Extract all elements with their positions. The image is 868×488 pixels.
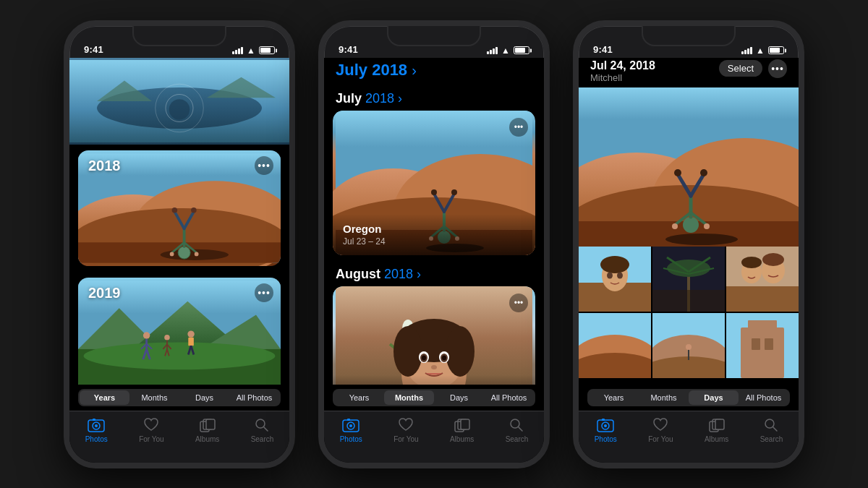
seg-months-1[interactable]: Months [129,390,179,405]
days-more-btn[interactable]: ••• [768,59,787,78]
status-icons-2: ▲ [487,46,529,55]
svg-point-13 [178,246,190,258]
segment-control-3: Years Months Days All Photos [587,389,790,406]
svg-point-112 [674,169,681,176]
svg-line-53 [264,427,268,431]
oregon-overlay: Oregon Jul 23 – 24 [333,214,535,255]
svg-point-137 [579,353,651,378]
seg-allphotos-2[interactable]: All Photos [484,390,534,405]
svg-point-18 [195,252,199,256]
tab-photos-label-3: Photos [595,435,617,443]
svg-point-17 [170,252,174,256]
svg-point-87 [442,355,446,360]
tab-albums-label-3: Albums [705,435,728,443]
days-header-actions: Select ••• [719,59,787,78]
oregon-dates: Jul 23 – 24 [343,236,525,247]
svg-point-29 [143,332,150,338]
tab-search-3[interactable]: Search [760,417,783,443]
signal-icon-3 [741,46,752,54]
tab-albums-label-2: Albums [450,435,474,443]
year-2019-label: 2019 [88,285,121,301]
tab-photos-3[interactable]: Photos [595,417,617,443]
tab-albums-1[interactable]: Albums [195,417,219,443]
august-year[interactable]: 2018 › [384,267,421,281]
tab-foryou-label-2: For You [393,435,418,443]
svg-point-113 [700,169,707,176]
mthood-svg [333,286,535,385]
grid-photo-couple[interactable] [726,247,799,312]
foryou-icon-3 [651,417,670,433]
status-time-3: 9:41 [593,44,613,55]
svg-rect-95 [461,419,469,429]
days-photo-grid [579,247,799,378]
seg-days-1[interactable]: Days [179,390,229,405]
svg-rect-151 [602,419,605,421]
svg-point-22 [191,207,197,213]
tab-foryou-2[interactable]: For You [393,417,418,443]
year-card-2018[interactable]: 2018 ••• [78,150,281,266]
more-button-2019[interactable]: ••• [255,283,273,302]
grid-photo-desert[interactable] [652,313,725,378]
svg-point-68 [431,189,437,195]
days-scroll [579,87,799,385]
seg-days-3[interactable]: Days [689,390,739,405]
mthood-card[interactable]: Mt. Hood Meadows Aug 10 ••• [333,286,535,385]
tab-foryou-3[interactable]: For You [648,417,673,443]
seg-months-3[interactable]: Months [639,390,689,405]
year-card-2019[interactable]: 2019 ••• [78,278,281,385]
svg-rect-92 [347,419,350,421]
seg-years-2[interactable]: Years [334,390,384,405]
days-header: Jul 24, 2018 Mitchell Select ••• [579,58,799,87]
july-year[interactable]: 2018 › [365,91,402,106]
header-year: 2018 [372,61,407,79]
lake-scene-svg [69,58,289,145]
oregon-card[interactable]: Oregon Jul 23 – 24 ••• [333,111,535,255]
tab-albums-2[interactable]: Albums [450,417,474,443]
seg-months-2[interactable]: Months [384,390,434,405]
header-chevron[interactable]: › [412,62,417,78]
header-month: July [336,61,367,79]
status-icons-1: ▲ [232,46,275,55]
days-header-info: Jul 24, 2018 Mitchell [590,59,719,83]
seg-years-1[interactable]: Years [80,390,129,405]
seg-days-2[interactable]: Days [434,390,484,405]
tab-foryou-1[interactable]: For You [139,417,163,443]
svg-rect-146 [752,338,760,350]
mthood-more-btn[interactable]: ••• [509,294,528,312]
days-main-svg [579,87,799,247]
signal-icon-1 [232,46,243,54]
svg-point-21 [172,207,178,213]
svg-line-97 [519,427,522,431]
months-scroll: July 2018 › [324,85,544,385]
seg-allphotos-3[interactable]: All Photos [739,390,788,405]
more-button-2018[interactable]: ••• [255,156,273,175]
tab-photos-2[interactable]: Photos [340,417,362,443]
months-header-title: July 2018 › [336,61,532,80]
albums-icon-3 [707,417,726,433]
svg-rect-145 [748,320,777,335]
grid-photo-hill[interactable] [579,313,651,378]
svg-point-103 [665,234,738,245]
grid-photo-arch[interactable] [726,313,799,378]
svg-line-156 [773,427,777,431]
svg-rect-51 [206,419,215,429]
battery-icon-1 [259,46,275,54]
svg-point-52 [256,419,265,428]
oregon-more-btn[interactable]: ••• [509,118,528,137]
grid-photo-boy[interactable] [579,247,651,312]
seg-years-3[interactable]: Years [589,390,639,405]
seg-allphotos-1[interactable]: All Photos [229,390,279,405]
svg-rect-154 [715,419,724,429]
battery-icon-2 [514,46,529,54]
tab-photos-1[interactable]: Photos [85,417,108,443]
select-button[interactable]: Select [719,60,762,77]
tab-search-2[interactable]: Search [506,417,529,443]
days-main-photo[interactable] [579,87,799,247]
svg-point-86 [422,355,426,360]
tab-search-1[interactable]: Search [251,417,274,443]
tab-albums-3[interactable]: Albums [705,417,728,443]
status-icons-3: ▲ [741,46,784,55]
grid-photo-palm[interactable] [652,247,725,312]
notch [132,26,226,46]
phone-years: 9:41 ▲ [64,20,295,468]
